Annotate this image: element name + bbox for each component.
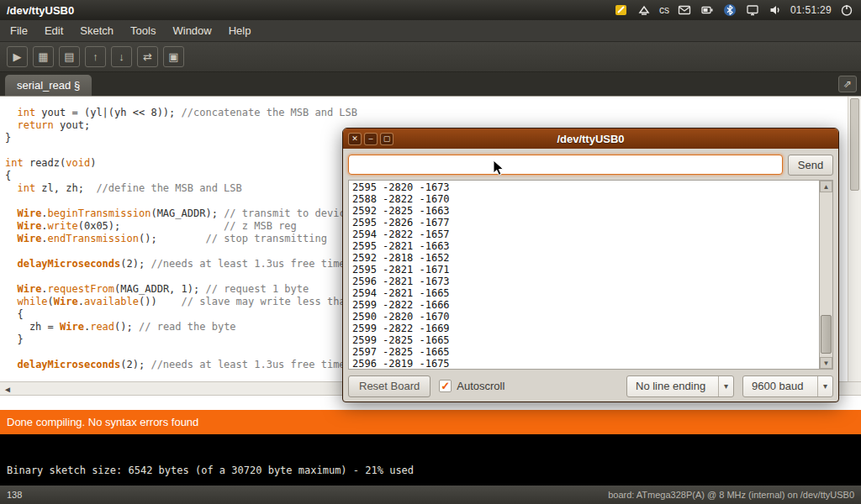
bluetooth-icon[interactable] <box>722 3 737 18</box>
mail-icon[interactable] <box>677 3 692 18</box>
serial-output-line: 2595 -2821 -1671 <box>352 264 816 276</box>
line-ending-dropdown[interactable]: No line ending ▾ <box>626 375 734 397</box>
display-icon[interactable] <box>745 3 760 18</box>
system-tray: cs 01:51:29 <box>614 3 854 18</box>
tab-serial-read[interactable]: serial_read § <box>5 75 92 96</box>
session-power-icon[interactable] <box>839 3 854 18</box>
serial-output-area: 2595 -2820 -16732588 -2822 -16702592 -28… <box>348 180 833 370</box>
serial-input-row: Send <box>348 153 833 176</box>
minimize-button[interactable]: – <box>364 133 378 145</box>
desktop: /dev/ttyUSB0 cs 01:51: <box>0 0 861 504</box>
serial-output-line: 2596 -2819 -1675 <box>352 358 816 369</box>
baud-rate-value: 9600 baud <box>743 380 817 392</box>
journal-pencil-icon[interactable] <box>614 3 629 18</box>
clock[interactable]: 01:51:29 <box>790 4 832 16</box>
line-number-indicator: 138 <box>7 490 22 500</box>
scroll-left-arrow-icon[interactable]: ◄ <box>3 383 12 396</box>
chevron-down-icon: ▾ <box>718 376 733 396</box>
autoscroll-label: Autoscroll <box>457 380 504 392</box>
menu-bar: FileEditSketchToolsWindowHelp <box>0 20 861 42</box>
serial-monitor-body: Send 2595 -2820 -16732588 -2822 -1670259… <box>343 149 838 402</box>
toolbar-new[interactable]: ▤ <box>59 46 80 67</box>
volume-icon[interactable] <box>768 3 783 18</box>
toolbar-open[interactable]: ↑ <box>85 46 106 67</box>
scrollbar-track[interactable] <box>820 192 832 357</box>
toolbar-export[interactable]: ▣ <box>163 46 184 67</box>
toolbar-verify[interactable]: ▶ <box>7 46 28 67</box>
toolbar-icon: ↓ <box>119 51 124 62</box>
toolbar-icon: ▦ <box>38 51 48 62</box>
serial-output-line: 2596 -2821 -1673 <box>352 276 816 287</box>
toolbar-save[interactable]: ↓ <box>111 46 132 67</box>
serial-output-line: 2595 -2821 -1663 <box>352 240 816 252</box>
keyboard-layout-indicator[interactable]: cs <box>659 4 669 16</box>
chevron-down-icon: ▾ <box>817 376 832 396</box>
serial-output-line: 2599 -2822 -1669 <box>352 323 816 334</box>
toolbar-icon: ▤ <box>64 51 74 62</box>
compile-status-bar: Done compiling. No syntax errors found <box>0 410 861 434</box>
toolbar-stop[interactable]: ▦ <box>33 46 54 67</box>
close-button[interactable]: ✕ <box>348 133 362 145</box>
menu-tools[interactable]: Tools <box>122 20 164 42</box>
serial-output-line: 2588 -2822 -1670 <box>352 193 816 205</box>
menu-file[interactable]: File <box>2 20 36 42</box>
serial-output-scrollbar[interactable]: ▲ ▼ <box>819 181 832 369</box>
editor-vertical-scrollbar[interactable] <box>848 97 861 381</box>
editor-vertical-scroll-thumb[interactable] <box>850 98 859 191</box>
menu-edit[interactable]: Edit <box>36 20 71 42</box>
serial-output-line: 2592 -2818 -1652 <box>352 252 816 264</box>
menu-help[interactable]: Help <box>220 20 260 42</box>
serial-output-line: 2594 -2822 -1657 <box>352 228 816 240</box>
serial-output-line: 2590 -2820 -1670 <box>352 311 816 323</box>
serial-monitor-controls: Reset Board ✓ Autoscroll No line ending … <box>348 375 833 397</box>
serial-output-line: 2599 -2822 -1666 <box>352 299 816 311</box>
autoscroll-checkbox[interactable]: ✓ Autoscroll <box>439 380 504 392</box>
active-window-title: /dev/ttyUSB0 <box>7 4 74 17</box>
tab-label: serial_read § <box>17 79 80 92</box>
tab-bar: serial_read § ⇗ <box>0 72 861 96</box>
toolbar-icon: ↑ <box>92 51 98 62</box>
baud-rate-dropdown[interactable]: 9600 baud ▾ <box>742 375 833 397</box>
serial-output-line: 2597 -2825 -1665 <box>352 346 816 358</box>
send-button[interactable]: Send <box>788 155 833 176</box>
serial-output-line: 2595 -2820 -1673 <box>352 181 816 193</box>
checkbox-checked-icon: ✓ <box>439 380 452 392</box>
top-panel: /dev/ttyUSB0 cs 01:51: <box>0 0 861 20</box>
toolbar-icon: ▶ <box>13 51 22 62</box>
serial-monitor-button[interactable]: ⇗ <box>838 76 857 92</box>
toolbar-icon: ▣ <box>168 51 178 62</box>
menu-sketch[interactable]: Sketch <box>71 20 122 42</box>
scrollbar-thumb[interactable] <box>821 315 832 354</box>
menu-window[interactable]: Window <box>164 20 219 42</box>
maximize-button[interactable]: ▢ <box>380 133 394 145</box>
line-ending-value: No line ending <box>627 380 718 392</box>
board-info: board: ATmega328P(A) @ 8 MHz (internal) … <box>608 490 854 500</box>
serial-output[interactable]: 2595 -2820 -16732588 -2822 -16702592 -28… <box>349 181 819 369</box>
scroll-up-arrow-icon[interactable]: ▲ <box>820 181 832 192</box>
serial-output-line: 2595 -2826 -1677 <box>352 217 816 228</box>
serial-monitor-titlebar[interactable]: ✕ – ▢ /dev/ttyUSB0 <box>343 129 838 149</box>
serial-output-line: 2599 -2825 -1665 <box>352 334 816 346</box>
serial-monitor-icon: ⇗ <box>843 78 852 90</box>
toolbar-import[interactable]: ⇄ <box>137 46 158 67</box>
bottom-status-bar: 138 board: ATmega328P(A) @ 8 MHz (intern… <box>0 486 861 504</box>
network-icon[interactable] <box>637 3 652 18</box>
toolbar: ▶▦▤↑↓⇄▣ <box>0 42 861 72</box>
serial-monitor-window: ✕ – ▢ /dev/ttyUSB0 Send 2595 -2820 -1673… <box>342 128 839 402</box>
reset-board-button[interactable]: Reset Board <box>348 375 430 397</box>
console-output: Binary sketch size: 6542 bytes (of a 307… <box>0 434 861 486</box>
toolbar-icon: ⇄ <box>143 51 152 62</box>
serial-output-line: 2592 -2825 -1663 <box>352 205 816 217</box>
compile-status-message: Done compiling. No syntax errors found <box>7 416 198 428</box>
battery-icon[interactable] <box>700 3 715 18</box>
serial-input[interactable] <box>348 155 783 175</box>
scroll-down-arrow-icon[interactable]: ▼ <box>820 357 832 369</box>
console-text: Binary sketch size: 6542 bytes (of a 307… <box>7 465 414 476</box>
serial-output-line: 2594 -2821 -1665 <box>352 287 816 299</box>
serial-monitor-title: /dev/ttyUSB0 <box>343 133 838 145</box>
